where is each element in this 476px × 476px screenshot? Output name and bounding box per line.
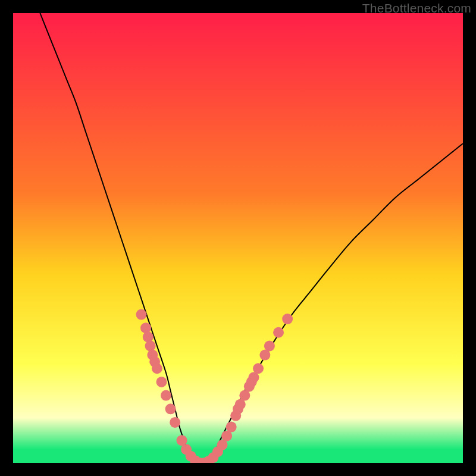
gradient-background — [13, 13, 463, 463]
chart-svg — [13, 13, 463, 463]
curve-marker — [143, 331, 154, 342]
curve-marker — [253, 363, 264, 374]
curve-marker — [136, 309, 146, 320]
curve-marker — [152, 363, 162, 374]
curve-marker — [156, 377, 167, 387]
curve-marker — [226, 422, 237, 433]
curve-marker — [273, 327, 284, 338]
curve-marker — [161, 390, 171, 401]
curve-marker — [140, 322, 151, 333]
curve-marker — [282, 314, 293, 324]
curve-marker — [165, 403, 176, 414]
curve-marker — [145, 340, 156, 351]
chart-frame — [13, 13, 463, 463]
curve-marker — [170, 417, 180, 428]
watermark-text: TheBottleneck.com — [362, 1, 471, 15]
curve-marker — [264, 340, 275, 351]
